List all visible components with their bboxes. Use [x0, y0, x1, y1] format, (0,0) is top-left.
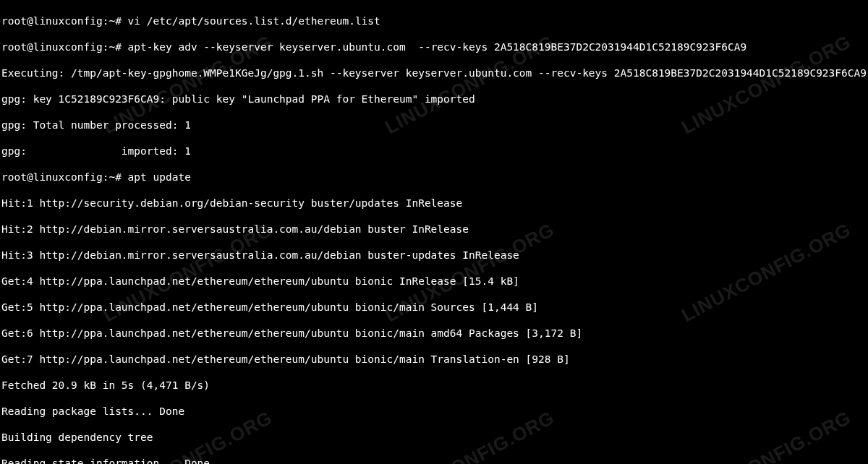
terminal-line: Get:6 http://ppa.launchpad.net/ethereum/…: [1, 327, 867, 340]
command-text: vi /etc/apt/sources.list.d/ethereum.list: [128, 15, 380, 27]
command-text: apt-key adv --keyserver keyserver.ubuntu…: [128, 41, 747, 53]
terminal-line: Hit:2 http://debian.mirror.serversaustra…: [1, 223, 867, 236]
shell-prompt: root@linuxconfig:~#: [1, 171, 128, 183]
terminal-line: root@linuxconfig:~# apt-key adv --keyser…: [1, 40, 867, 53]
terminal-line: Reading package lists... Done: [1, 405, 867, 418]
terminal-line: Building dependency tree: [1, 431, 867, 444]
shell-prompt: root@linuxconfig:~#: [1, 41, 128, 53]
terminal-line: gpg: Total number processed: 1: [1, 119, 867, 132]
terminal-line: gpg: key 1C52189C923F6CA9: public key "L…: [1, 93, 867, 106]
terminal-line: Hit:1 http://security.debian.org/debian-…: [1, 197, 867, 210]
terminal-line: Get:5 http://ppa.launchpad.net/ethereum/…: [1, 301, 867, 314]
terminal-line: gpg: imported: 1: [1, 145, 867, 158]
terminal-line: Reading state information... Done: [1, 457, 867, 464]
terminal-line: Hit:3 http://debian.mirror.serversaustra…: [1, 249, 867, 262]
terminal-line: Fetched 20.9 kB in 5s (4,471 B/s): [1, 379, 867, 392]
command-text: apt update: [128, 171, 191, 183]
terminal-line: Get:4 http://ppa.launchpad.net/ethereum/…: [1, 275, 867, 288]
shell-prompt: root@linuxconfig:~#: [1, 15, 128, 27]
terminal-line: root@linuxconfig:~# apt update: [1, 171, 867, 184]
terminal-output: root@linuxconfig:~# vi /etc/apt/sources.…: [0, 0, 868, 464]
terminal-line: Get:7 http://ppa.launchpad.net/ethereum/…: [1, 353, 867, 366]
terminal-line: root@linuxconfig:~# vi /etc/apt/sources.…: [1, 14, 867, 27]
terminal-line: Executing: /tmp/apt-key-gpghome.WMPe1KGe…: [1, 66, 867, 80]
